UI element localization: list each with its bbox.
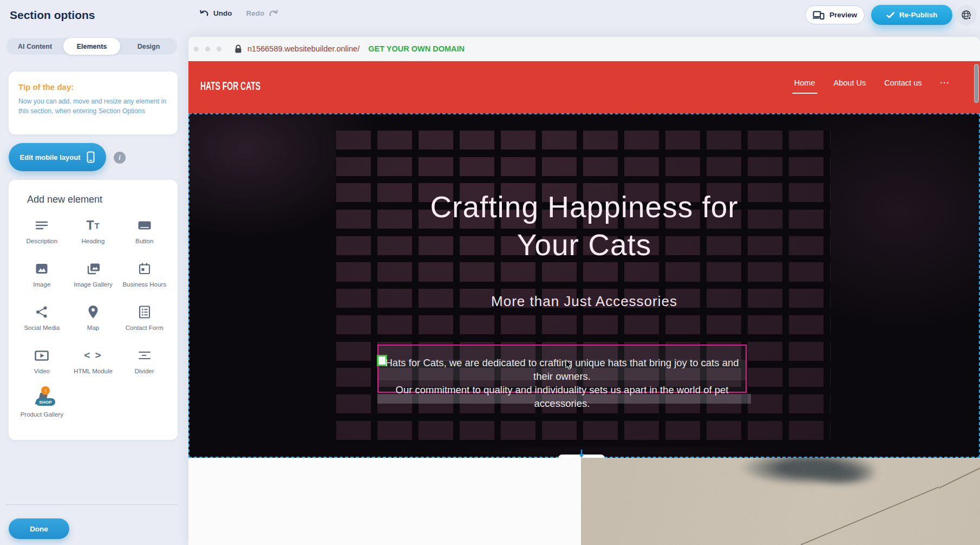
done-button[interactable]: Done — [9, 518, 69, 539]
page-title: Section options — [10, 9, 95, 22]
business-hours-icon — [138, 259, 151, 278]
republish-button[interactable]: Re-Publish — [871, 5, 952, 25]
nav-about-us[interactable]: About Us — [834, 79, 866, 94]
element-label: Business Hours — [122, 281, 166, 288]
image-gallery-icon — [86, 259, 101, 278]
nav-more-menu[interactable]: ··· — [940, 79, 950, 94]
floor-photo — [581, 458, 980, 545]
add-element-title: Add new element — [27, 194, 170, 205]
hero-heading-line1: Crafting Happiness for — [190, 188, 979, 226]
site-logo[interactable]: HATS FOR CATS — [200, 79, 260, 93]
social-media-icon — [35, 303, 48, 321]
add-element-heading[interactable]: TT Heading — [68, 216, 119, 251]
element-label: Description — [27, 237, 58, 245]
window-dots-icon — [194, 47, 221, 51]
add-element-divider[interactable]: Divider — [119, 346, 170, 381]
add-element-image[interactable]: Image — [16, 259, 68, 294]
section-options-sidebar: AI Content Elements Design Tip of the da… — [0, 31, 184, 545]
republish-label: Re-Publish — [899, 11, 938, 19]
shop-badge: SHOP — [36, 398, 55, 406]
devices-icon — [813, 11, 825, 20]
url-text: n1566589.websitebuilder.online/ — [247, 44, 360, 53]
add-element-description[interactable]: Description — [16, 216, 68, 251]
lock-icon — [234, 44, 242, 54]
site-preview-canvas: n1566589.websitebuilder.online/ GET YOUR… — [188, 37, 980, 545]
video-icon — [34, 346, 49, 365]
element-label: Image — [33, 281, 50, 288]
divider-icon — [138, 346, 152, 365]
add-element-map[interactable]: Map — [68, 303, 119, 338]
image-icon — [35, 259, 49, 278]
undo-label: Undo — [213, 9, 232, 17]
mouse-cursor — [565, 359, 573, 370]
redo-icon — [268, 9, 278, 17]
add-element-image-gallery[interactable]: Image Gallery — [68, 259, 119, 294]
button-icon — [137, 216, 152, 235]
tip-of-the-day-card: Tip of the day: Now you can add, move an… — [9, 72, 178, 134]
map-icon — [88, 303, 99, 321]
add-element-social-media[interactable]: Social Media — [16, 303, 68, 338]
nav-home[interactable]: Home — [794, 79, 815, 94]
undo-icon — [199, 9, 210, 17]
element-label: Divider — [135, 367, 154, 375]
add-element-button[interactable]: Button — [119, 216, 170, 251]
globe-icon — [961, 9, 972, 21]
element-label: Video — [34, 367, 50, 375]
language-globe-button[interactable] — [956, 5, 977, 25]
redo-button[interactable]: Redo — [246, 9, 279, 17]
add-element-html-module[interactable]: < > HTML Module — [68, 346, 119, 381]
sidebar-divider — [5, 504, 178, 505]
nav-contact-us[interactable]: Contact us — [884, 79, 922, 94]
element-label: Product Gallery — [21, 411, 63, 418]
product-gallery-icon: ↑ SHOP — [32, 390, 51, 408]
site-header: HATS FOR CATS Home About Us Contact us ·… — [188, 61, 980, 113]
selected-description-element[interactable]: Hats for Cats, we are dedicated to craft… — [377, 345, 747, 393]
site-nav: Home About Us Contact us ··· — [794, 79, 950, 94]
add-element-business-hours[interactable]: Business Hours — [119, 259, 170, 294]
hero-heading-line2: Your Cats — [190, 226, 979, 264]
floor-grain-texture — [581, 458, 980, 545]
tab-elements[interactable]: Elements — [63, 38, 120, 55]
element-label: Button — [135, 237, 153, 245]
get-domain-link[interactable]: GET YOUR OWN DOMAIN — [368, 44, 465, 53]
add-element-video[interactable]: Video — [16, 346, 68, 381]
redo-label: Redo — [246, 9, 265, 17]
phone-icon — [87, 151, 95, 163]
hero-subheading: More than Just Accessories — [190, 293, 979, 310]
tab-design[interactable]: Design — [120, 38, 177, 55]
info-icon[interactable]: i — [114, 152, 126, 164]
edit-mobile-label: Edit mobile layout — [20, 153, 81, 161]
html-module-icon: < > — [84, 346, 102, 365]
canvas-scrollbar[interactable] — [974, 64, 979, 103]
preview-button[interactable]: Preview — [805, 5, 865, 24]
preview-label: Preview — [829, 11, 857, 19]
add-element-contact-form[interactable]: Contact Form — [119, 303, 170, 338]
element-grid: Description TT Heading Button Image Imag… — [16, 216, 170, 424]
element-label: Contact Form — [126, 324, 164, 332]
contact-form-icon — [138, 303, 151, 321]
hero-section-selected[interactable]: Crafting Happiness for Your Cats More th… — [188, 113, 980, 458]
sidebar-tabs: AI Content Elements Design — [6, 38, 177, 55]
add-new-element-card: Add new element Description TT Heading B… — [9, 180, 178, 440]
hero-heading: Crafting Happiness for Your Cats — [190, 188, 979, 264]
hero-description-text: Hats for Cats, we are dedicated to craft… — [382, 356, 742, 410]
check-icon — [886, 12, 894, 18]
add-element-product-gallery[interactable]: ↑ SHOP Product Gallery — [16, 390, 68, 424]
tip-body: Now you can add, move and resize any ele… — [18, 97, 168, 116]
element-label: Social Media — [24, 324, 60, 332]
next-section-preview[interactable] — [188, 458, 980, 545]
description-line2: Our commitment to quality and individual… — [382, 383, 742, 410]
element-label: Heading — [82, 237, 105, 245]
description-icon — [35, 216, 49, 235]
element-label: HTML Module — [74, 367, 113, 375]
description-line1: Hats for Cats, we are dedicated to craft… — [382, 356, 742, 383]
top-toolbar: Section options Undo Redo Preview Re-Pub… — [0, 0, 980, 31]
heading-icon: TT — [86, 216, 100, 235]
element-label: Image Gallery — [74, 281, 113, 288]
undo-button[interactable]: Undo — [199, 9, 232, 17]
tip-title: Tip of the day: — [18, 82, 168, 92]
tab-ai-content[interactable]: AI Content — [6, 38, 63, 55]
browser-chrome: n1566589.websitebuilder.online/ GET YOUR… — [188, 37, 980, 61]
edit-mobile-layout-button[interactable]: Edit mobile layout — [9, 143, 106, 171]
element-label: Map — [87, 324, 99, 332]
